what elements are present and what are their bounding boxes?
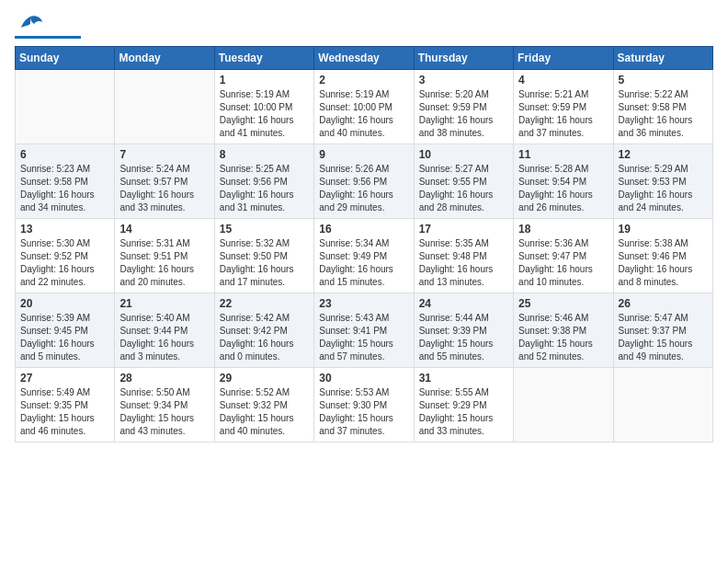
- calendar-cell: 19Sunrise: 5:38 AM Sunset: 9:46 PM Dayli…: [613, 219, 712, 293]
- day-detail: Sunrise: 5:31 AM Sunset: 9:51 PM Dayligh…: [119, 237, 209, 289]
- day-detail: Sunrise: 5:46 AM Sunset: 9:38 PM Dayligh…: [518, 312, 608, 363]
- day-detail: Sunrise: 5:36 AM Sunset: 9:47 PM Dayligh…: [518, 237, 608, 289]
- calendar-week-row: 13Sunrise: 5:30 AM Sunset: 9:52 PM Dayli…: [16, 219, 713, 293]
- weekday-header-friday: Friday: [514, 47, 613, 70]
- day-number: 9: [319, 148, 408, 161]
- calendar-cell: 6Sunrise: 5:23 AM Sunset: 9:58 PM Daylig…: [16, 144, 115, 219]
- weekday-header-monday: Monday: [115, 47, 214, 70]
- calendar-week-row: 6Sunrise: 5:23 AM Sunset: 9:58 PM Daylig…: [16, 144, 713, 219]
- day-number: 29: [220, 372, 309, 385]
- day-number: 16: [319, 223, 408, 236]
- calendar-cell: 12Sunrise: 5:29 AM Sunset: 9:53 PM Dayli…: [613, 144, 712, 219]
- calendar-week-row: 1Sunrise: 5:19 AM Sunset: 10:00 PM Dayli…: [16, 70, 713, 144]
- calendar-cell: 2Sunrise: 5:19 AM Sunset: 10:00 PM Dayli…: [314, 70, 414, 144]
- calendar-cell: [16, 70, 115, 144]
- calendar-cell: 29Sunrise: 5:52 AM Sunset: 9:32 PM Dayli…: [214, 368, 313, 442]
- day-detail: Sunrise: 5:42 AM Sunset: 9:42 PM Dayligh…: [220, 312, 309, 363]
- calendar-cell: 31Sunrise: 5:55 AM Sunset: 9:29 PM Dayli…: [414, 368, 513, 442]
- calendar-cell: 27Sunrise: 5:49 AM Sunset: 9:35 PM Dayli…: [16, 368, 115, 442]
- day-number: 2: [319, 74, 408, 86]
- calendar-cell: 5Sunrise: 5:22 AM Sunset: 9:58 PM Daylig…: [613, 70, 712, 144]
- calendar-cell: 20Sunrise: 5:39 AM Sunset: 9:45 PM Dayli…: [16, 293, 115, 368]
- day-detail: Sunrise: 5:23 AM Sunset: 9:58 PM Dayligh…: [20, 163, 109, 214]
- day-number: 23: [319, 297, 408, 310]
- calendar-cell: 22Sunrise: 5:42 AM Sunset: 9:42 PM Dayli…: [214, 293, 313, 368]
- weekday-header-sunday: Sunday: [16, 47, 115, 70]
- day-number: 28: [119, 372, 209, 385]
- day-number: 14: [119, 223, 209, 236]
- calendar-cell: 1Sunrise: 5:19 AM Sunset: 10:00 PM Dayli…: [214, 70, 313, 144]
- calendar-cell: 13Sunrise: 5:30 AM Sunset: 9:52 PM Dayli…: [16, 219, 115, 293]
- day-number: 22: [220, 297, 309, 310]
- calendar-header-row: SundayMondayTuesdayWednesdayThursdayFrid…: [16, 47, 713, 70]
- calendar-cell: 28Sunrise: 5:50 AM Sunset: 9:34 PM Dayli…: [115, 368, 214, 442]
- day-number: 10: [419, 148, 508, 161]
- day-number: 1: [220, 74, 309, 86]
- day-detail: Sunrise: 5:29 AM Sunset: 9:53 PM Dayligh…: [619, 163, 708, 214]
- day-detail: Sunrise: 5:34 AM Sunset: 9:49 PM Dayligh…: [319, 237, 408, 289]
- day-detail: Sunrise: 5:32 AM Sunset: 9:50 PM Dayligh…: [220, 237, 309, 289]
- day-number: 13: [20, 223, 109, 236]
- day-number: 5: [619, 74, 708, 86]
- calendar-cell: 25Sunrise: 5:46 AM Sunset: 9:38 PM Dayli…: [514, 293, 613, 368]
- weekday-header-tuesday: Tuesday: [214, 47, 313, 70]
- calendar-cell: 18Sunrise: 5:36 AM Sunset: 9:47 PM Dayli…: [514, 219, 613, 293]
- day-detail: Sunrise: 5:55 AM Sunset: 9:29 PM Dayligh…: [419, 386, 508, 438]
- calendar-cell: 30Sunrise: 5:53 AM Sunset: 9:30 PM Dayli…: [314, 368, 414, 442]
- calendar-cell: 10Sunrise: 5:27 AM Sunset: 9:55 PM Dayli…: [414, 144, 513, 219]
- calendar-cell: 21Sunrise: 5:40 AM Sunset: 9:44 PM Dayli…: [115, 293, 214, 368]
- calendar-cell: 24Sunrise: 5:44 AM Sunset: 9:39 PM Dayli…: [414, 293, 513, 368]
- calendar-table: SundayMondayTuesdayWednesdayThursdayFrid…: [15, 46, 713, 442]
- day-detail: Sunrise: 5:52 AM Sunset: 9:32 PM Dayligh…: [220, 386, 309, 438]
- day-detail: Sunrise: 5:24 AM Sunset: 9:57 PM Dayligh…: [119, 163, 209, 214]
- day-number: 24: [419, 297, 508, 310]
- day-detail: Sunrise: 5:53 AM Sunset: 9:30 PM Dayligh…: [319, 386, 408, 438]
- logo: [15, 15, 81, 39]
- day-number: 8: [220, 148, 309, 161]
- day-number: 17: [419, 223, 508, 236]
- day-detail: Sunrise: 5:25 AM Sunset: 9:56 PM Dayligh…: [220, 163, 309, 214]
- day-number: 11: [518, 148, 608, 161]
- day-detail: Sunrise: 5:26 AM Sunset: 9:56 PM Dayligh…: [319, 163, 408, 214]
- calendar-cell: 26Sunrise: 5:47 AM Sunset: 9:37 PM Dayli…: [613, 293, 712, 368]
- calendar-cell: 14Sunrise: 5:31 AM Sunset: 9:51 PM Dayli…: [115, 219, 214, 293]
- day-detail: Sunrise: 5:30 AM Sunset: 9:52 PM Dayligh…: [20, 237, 109, 289]
- day-number: 25: [518, 297, 608, 310]
- calendar-cell: [514, 368, 613, 442]
- day-number: 19: [619, 223, 708, 236]
- day-number: 18: [518, 223, 608, 236]
- day-detail: Sunrise: 5:28 AM Sunset: 9:54 PM Dayligh…: [518, 163, 608, 214]
- day-number: 26: [619, 297, 708, 310]
- calendar-cell: 9Sunrise: 5:26 AM Sunset: 9:56 PM Daylig…: [314, 144, 414, 219]
- day-number: 4: [518, 74, 608, 86]
- calendar-cell: 17Sunrise: 5:35 AM Sunset: 9:48 PM Dayli…: [414, 219, 513, 293]
- day-number: 7: [119, 148, 209, 161]
- day-detail: Sunrise: 5:47 AM Sunset: 9:37 PM Dayligh…: [619, 312, 708, 363]
- calendar-week-row: 20Sunrise: 5:39 AM Sunset: 9:45 PM Dayli…: [16, 293, 713, 368]
- day-detail: Sunrise: 5:19 AM Sunset: 10:00 PM Daylig…: [220, 88, 309, 140]
- calendar-cell: 4Sunrise: 5:21 AM Sunset: 9:59 PM Daylig…: [514, 70, 613, 144]
- calendar-cell: [613, 368, 712, 442]
- day-detail: Sunrise: 5:38 AM Sunset: 9:46 PM Dayligh…: [619, 237, 708, 289]
- calendar-cell: 16Sunrise: 5:34 AM Sunset: 9:49 PM Dayli…: [314, 219, 414, 293]
- day-number: 21: [119, 297, 209, 310]
- day-detail: Sunrise: 5:35 AM Sunset: 9:48 PM Dayligh…: [419, 237, 508, 289]
- calendar-cell: 3Sunrise: 5:20 AM Sunset: 9:59 PM Daylig…: [414, 70, 513, 144]
- calendar-cell: 15Sunrise: 5:32 AM Sunset: 9:50 PM Dayli…: [214, 219, 313, 293]
- day-detail: Sunrise: 5:19 AM Sunset: 10:00 PM Daylig…: [319, 88, 408, 140]
- calendar-week-row: 27Sunrise: 5:49 AM Sunset: 9:35 PM Dayli…: [16, 368, 713, 442]
- weekday-header-saturday: Saturday: [613, 47, 712, 70]
- day-detail: Sunrise: 5:20 AM Sunset: 9:59 PM Dayligh…: [419, 88, 508, 140]
- calendar-cell: 8Sunrise: 5:25 AM Sunset: 9:56 PM Daylig…: [214, 144, 313, 219]
- day-detail: Sunrise: 5:44 AM Sunset: 9:39 PM Dayligh…: [419, 312, 508, 363]
- day-detail: Sunrise: 5:27 AM Sunset: 9:55 PM Dayligh…: [419, 163, 508, 214]
- calendar-cell: [115, 70, 214, 144]
- day-detail: Sunrise: 5:49 AM Sunset: 9:35 PM Dayligh…: [20, 386, 109, 438]
- day-detail: Sunrise: 5:43 AM Sunset: 9:41 PM Dayligh…: [319, 312, 408, 363]
- weekday-header-wednesday: Wednesday: [314, 47, 414, 70]
- day-number: 15: [220, 223, 309, 236]
- calendar-cell: 11Sunrise: 5:28 AM Sunset: 9:54 PM Dayli…: [514, 144, 613, 219]
- page-header: [15, 15, 713, 39]
- weekday-header-thursday: Thursday: [414, 47, 513, 70]
- day-number: 20: [20, 297, 109, 310]
